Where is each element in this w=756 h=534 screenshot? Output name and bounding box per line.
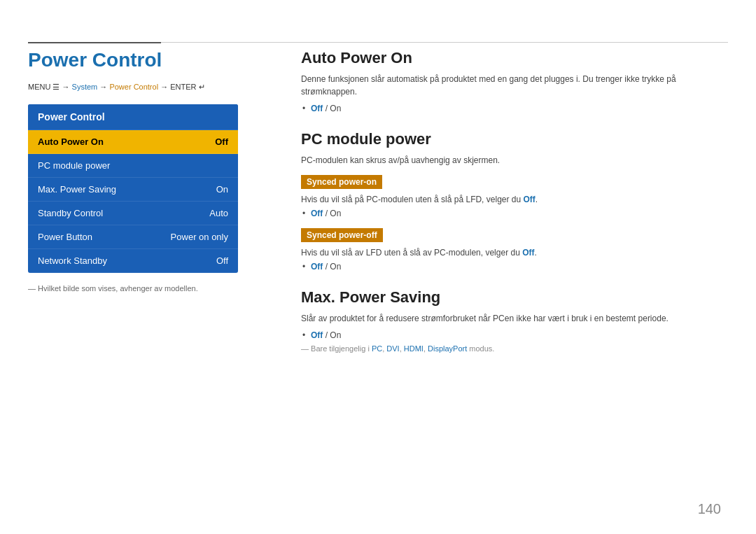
- menu-arrow3: → ENTER ↵: [158, 83, 204, 91]
- menu-item-value: Off: [215, 136, 228, 147]
- menu-item-label: Standby Control: [38, 208, 103, 218]
- off-label: Off: [311, 104, 323, 113]
- menu-item-network-standby[interactable]: Network Standby Off: [28, 249, 238, 273]
- menu-prefix: MENU: [28, 83, 52, 91]
- off-label: Off: [311, 330, 323, 340]
- left-panel: Power Control MENU ☰ → System → Power Co…: [28, 49, 280, 293]
- menu-arrow2: →: [97, 83, 109, 91]
- max-power-title: Max. Power Saving: [301, 288, 728, 307]
- menu-item-max-power[interactable]: Max. Power Saving On: [28, 178, 238, 202]
- off-ref: Off: [524, 195, 536, 204]
- auto-power-on-bullet: Off / On: [311, 104, 728, 113]
- menu-item-value: Power on only: [171, 232, 228, 242]
- menu-item-value: On: [216, 184, 228, 195]
- dp-ref: DisplayPort: [428, 344, 467, 353]
- max-power-footnote: ― Bare tilgjengelig i PC, DVI, HDMI, Dis…: [301, 344, 728, 353]
- synced-power-off-desc: Hvis du vil slå av LFD uten å slå av PC-…: [301, 246, 728, 259]
- menu-powercontrol: Power Control: [109, 83, 158, 91]
- menu-arrow1: →: [59, 83, 71, 91]
- max-power-bullet: Off / On: [311, 330, 728, 340]
- hdmi-ref: HDMI: [404, 344, 424, 353]
- synced-power-on-desc: Hvis du vil slå på PC-modulen uten å slå…: [301, 193, 728, 206]
- pc-ref: PC: [372, 344, 382, 353]
- menu-box-header: Power Control: [28, 104, 238, 130]
- separator: / On: [323, 330, 341, 340]
- page-title: Power Control: [28, 49, 280, 71]
- menu-item-label: Auto Power On: [38, 136, 104, 147]
- top-accent-line: [28, 42, 161, 43]
- left-footnote: Hvilket bilde som vises, avhenger av mod…: [28, 284, 280, 293]
- synced-power-off-label: Synced power-off: [301, 228, 383, 242]
- separator: / On: [323, 209, 341, 218]
- separator: / On: [323, 104, 341, 113]
- auto-power-on-title: Auto Power On: [301, 49, 728, 67]
- separator: / On: [323, 262, 341, 272]
- auto-power-on-desc: Denne funksjonen slår automatisk på prod…: [301, 73, 728, 98]
- section-auto-power-on: Auto Power On Denne funksjonen slår auto…: [301, 49, 728, 113]
- menu-item-label: Power Button: [38, 232, 92, 242]
- page-number: 140: [698, 501, 721, 517]
- synced-power-off-bullet: Off / On: [311, 262, 728, 272]
- menu-item-label: Network Standby: [38, 255, 107, 266]
- menu-item-value: Auto: [209, 208, 228, 218]
- off-label: Off: [311, 262, 323, 272]
- menu-system: System: [72, 83, 98, 91]
- menu-box: Power Control Auto Power On Off PC modul…: [28, 104, 238, 273]
- menu-item-auto-power-on[interactable]: Auto Power On Off: [28, 130, 238, 154]
- section-max-power: Max. Power Saving Slår av produktet for …: [301, 288, 728, 353]
- menu-path: MENU ☰ → System → Power Control → ENTER …: [28, 83, 280, 92]
- dvi-ref: DVI: [386, 344, 399, 353]
- menu-item-value: Off: [216, 255, 228, 266]
- menu-symbol: ☰: [52, 83, 59, 91]
- max-power-desc: Slår av produktet for å redusere strømfo…: [301, 312, 728, 325]
- pc-module-title: PC module power: [301, 130, 728, 148]
- pc-module-desc: PC-modulen kan skrus av/på uavhengig av …: [301, 154, 728, 167]
- menu-item-label: PC module power: [38, 160, 110, 171]
- synced-power-on-label: Synced power-on: [301, 175, 382, 189]
- right-panel: Auto Power On Denne funksjonen slår auto…: [301, 49, 728, 370]
- off-ref: Off: [522, 248, 534, 258]
- menu-item-power-button[interactable]: Power Button Power on only: [28, 225, 238, 249]
- off-label: Off: [311, 209, 323, 218]
- menu-item-label: Max. Power Saving: [38, 184, 116, 195]
- section-pc-module: PC module power PC-modulen kan skrus av/…: [301, 130, 728, 272]
- synced-power-on-bullet: Off / On: [311, 209, 728, 218]
- menu-item-standby-control[interactable]: Standby Control Auto: [28, 202, 238, 225]
- menu-item-pc-module[interactable]: PC module power: [28, 154, 238, 178]
